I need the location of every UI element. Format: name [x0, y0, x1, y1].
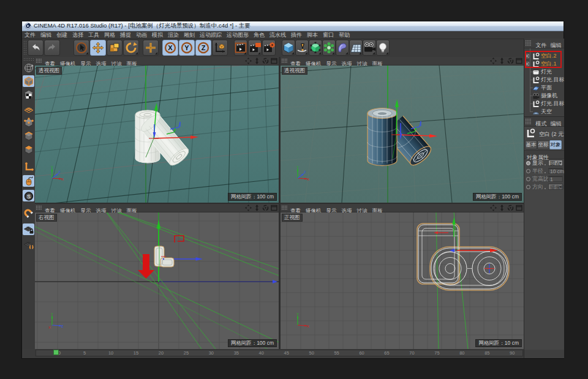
menu-item-15[interactable]: 流水线	[267, 31, 288, 39]
attribute-tab-基本[interactable]: 基本	[525, 140, 537, 149]
menu-item-9[interactable]: 模拟	[149, 31, 165, 39]
texture-mode-button[interactable]	[23, 89, 34, 100]
viewport-bottom-right[interactable]: 查看摄像机显示选项过滤面板YX正视图网格间距：10 cm	[281, 204, 524, 349]
lock-x-axis-button[interactable]: X	[162, 40, 178, 56]
object-row-灯光.目标.2[interactable]: 灯光.目标.2	[524, 76, 564, 84]
viewport-bottom-left[interactable]: 查看摄像机显示选项过滤面板YZX右视图网格间距：100 cm	[35, 204, 279, 349]
enable-snap-button[interactable]	[23, 208, 34, 219]
object-row-天空[interactable]: 天空	[524, 108, 564, 116]
menu-item-8[interactable]: 动画	[134, 31, 149, 39]
menu-item-4[interactable]: 选择	[70, 31, 86, 39]
lock-z-axis-button[interactable]: Z	[195, 40, 211, 56]
menu-item-16[interactable]: 插件	[288, 31, 304, 39]
menu-item-6[interactable]: 网格	[102, 31, 118, 39]
workplane-snap-button[interactable]	[23, 223, 34, 235]
object-manager-menu-1[interactable]: 文件	[533, 41, 548, 48]
object-row-平面[interactable]: 平面	[524, 84, 564, 92]
viewport-solo-button[interactable]	[23, 175, 34, 187]
attribute-manager-menu-3[interactable]: 用户数据	[563, 119, 564, 127]
menu-item-3[interactable]: 创建	[54, 31, 70, 39]
object-manager-menu-3[interactable]: 查看	[563, 41, 564, 48]
timeline-current-frame-marker[interactable]	[53, 350, 59, 355]
object-name[interactable]: 平面	[541, 84, 552, 92]
menu-item-2[interactable]: 编辑	[38, 31, 54, 39]
viewport-top-right-canvas[interactable]: YXZ	[281, 66, 524, 203]
menu-item-14[interactable]: 角色	[251, 31, 267, 39]
animation-timeline[interactable]: 051015202530354045505560657075808590	[35, 349, 524, 357]
menu-item-10[interactable]: 渲染	[165, 31, 181, 39]
toolbar-drag-handle[interactable]	[23, 40, 27, 56]
move-tool-button[interactable]	[90, 40, 106, 56]
property-value-dropdown[interactable]: 摄像机	[548, 184, 563, 190]
object-name[interactable]: 灯光.目标.2	[541, 76, 564, 84]
live-selection-button[interactable]	[74, 40, 89, 56]
property-value-field[interactable]: 1	[548, 176, 563, 182]
viewport-drag-handle[interactable]	[36, 205, 42, 211]
points-mode-button[interactable]	[23, 116, 34, 128]
keyframe-circle-icon[interactable]	[526, 177, 530, 181]
viewport-drag-handle[interactable]	[282, 205, 288, 211]
add-light-button[interactable]	[376, 40, 390, 56]
object-row-摄像机[interactable]: 摄像机	[524, 92, 564, 100]
menu-item-7[interactable]: 捕捉	[118, 31, 134, 39]
timeline-ruler[interactable]: 051015202530354045505560657075808590	[36, 350, 523, 356]
property-value-dropdown[interactable]: 圆点	[548, 160, 563, 166]
attribute-manager-menu-2[interactable]: 编辑	[548, 119, 563, 127]
add-environment-button[interactable]	[349, 40, 363, 56]
object-name[interactable]: 天空	[541, 108, 552, 116]
coordinate-system-button[interactable]	[212, 40, 228, 56]
edges-mode-button[interactable]	[23, 130, 34, 141]
undo-button[interactable]	[28, 40, 43, 56]
menu-item-18[interactable]: 窗口	[320, 31, 336, 39]
menu-item-13[interactable]: 运动图形	[224, 31, 251, 39]
attribute-section-header[interactable]: 对象属性	[524, 150, 564, 159]
property-value-field[interactable]: 10 cm	[548, 168, 563, 174]
render-settings-button[interactable]	[262, 40, 276, 56]
keyframe-circle-icon[interactable]	[526, 161, 530, 165]
add-subdivision-button[interactable]	[309, 40, 322, 56]
menu-item-5[interactable]: 工具	[86, 31, 102, 39]
render-view-button[interactable]	[234, 40, 247, 56]
menu-item-19[interactable]: 帮助	[336, 31, 352, 39]
polygons-mode-button[interactable]	[23, 143, 34, 155]
keyframe-circle-icon[interactable]	[526, 185, 530, 189]
viewport-top-left-canvas[interactable]: YXZ	[35, 66, 279, 203]
add-cube-button[interactable]	[282, 40, 295, 56]
object-name[interactable]: 灯光.目标.1	[541, 100, 564, 108]
palette-drag-handle[interactable]	[23, 58, 34, 61]
attribute-manager-menu-1[interactable]: 模式	[533, 119, 548, 127]
menu-item-1[interactable]: 文件	[22, 31, 38, 39]
rotate-tool-button[interactable]	[123, 40, 139, 56]
workplane-mode-button[interactable]	[23, 102, 34, 114]
redo-button[interactable]	[44, 40, 60, 56]
menu-item-12[interactable]: 运动跟踪	[197, 31, 224, 39]
viewport-bottom-left-canvas[interactable]: YZX	[35, 212, 279, 349]
object-row-灯光.目标.1[interactable]: 灯光.目标.1	[524, 100, 564, 108]
menu-item-11[interactable]: 雕刻	[181, 31, 197, 39]
object-manager-menu-2[interactable]: 编辑	[548, 41, 563, 48]
lock-y-axis-button[interactable]: Y	[179, 40, 195, 56]
render-picture-viewer-button[interactable]	[248, 40, 262, 56]
viewport-drag-handle[interactable]	[282, 58, 288, 64]
viewport-drag-handle[interactable]	[36, 58, 42, 64]
add-spline-button[interactable]	[295, 40, 309, 56]
add-deformer-button[interactable]	[336, 40, 349, 56]
solo-single-button[interactable]: S	[23, 190, 34, 201]
attribute-tab-对象[interactable]: 对象	[549, 140, 562, 149]
last-tool-button[interactable]	[143, 40, 159, 56]
make-editable-button[interactable]	[23, 62, 34, 73]
object-row-灯光[interactable]: 灯光	[524, 68, 564, 76]
keyframe-circle-icon[interactable]	[526, 169, 530, 173]
model-mode-button[interactable]	[23, 75, 34, 87]
scale-tool-button[interactable]	[107, 40, 123, 56]
attribute-manager-drag-handle[interactable]	[526, 119, 531, 124]
viewport-top-left[interactable]: 查看摄像机显示选项过滤面板 YXZ透视视图网格间距：100 cm	[35, 57, 279, 203]
title-bar[interactable]: CINEMA 4D R17.016 Studio (R17) - [电池案例（灯…	[22, 21, 564, 31]
add-generator-button[interactable]	[322, 40, 336, 56]
axis-mode-button[interactable]	[23, 161, 34, 173]
object-name[interactable]: 灯光	[541, 68, 552, 76]
viewport-top-right[interactable]: 查看摄像机显示选项过滤面板 YXZ透视视图网格间距：100 cm	[281, 57, 524, 203]
object-manager-drag-handle[interactable]	[526, 40, 531, 46]
lock-workplane-button[interactable]	[23, 239, 34, 250]
object-name[interactable]: 摄像机	[541, 92, 557, 100]
